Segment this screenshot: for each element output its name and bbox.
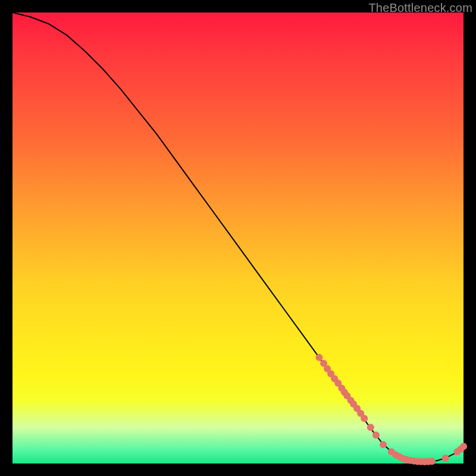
data-point	[372, 431, 380, 439]
data-point	[442, 455, 449, 462]
data-point	[361, 415, 368, 422]
chart-overlay	[12, 12, 464, 464]
bottleneck-curve	[12, 12, 464, 462]
data-point	[460, 443, 467, 450]
data-point	[428, 458, 436, 465]
watermark-text: TheBottleneck.com	[368, 1, 472, 15]
data-point	[380, 441, 387, 448]
data-point	[367, 424, 374, 431]
chart-stage: TheBottleneck.com	[0, 0, 476, 476]
data-point	[315, 354, 322, 361]
curve-markers	[315, 354, 467, 465]
